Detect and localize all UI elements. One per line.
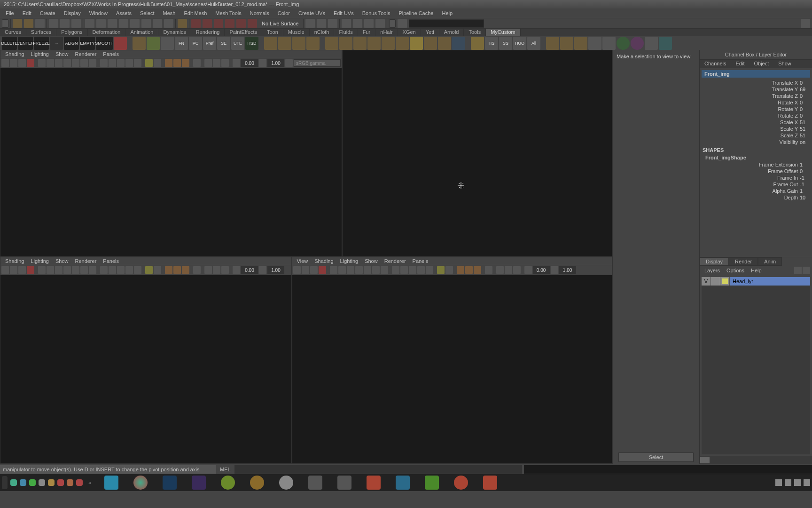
xgen-icon[interactable] <box>353 19 362 28</box>
vp-tool-icon[interactable] <box>10 266 17 274</box>
shelf-tab-curves[interactable]: Curves <box>0 29 26 36</box>
shelf-btn-ext4[interactable] <box>588 37 601 50</box>
channel-value[interactable]: 51 <box>800 133 808 138</box>
quick-input[interactable] <box>409 19 484 28</box>
vp-tool-icon[interactable] <box>513 266 521 274</box>
vp-tool-icon[interactable] <box>400 266 408 274</box>
layer-menu-layers[interactable]: Layers <box>702 267 723 274</box>
gamma-dropdown[interactable]: sRGB gamma <box>294 59 341 67</box>
vp-gamma-value[interactable]: 1.00 <box>267 59 284 67</box>
shelf-btn-mesh9[interactable] <box>438 37 451 50</box>
shape-attr-row[interactable]: Frame Offset0 <box>702 168 810 175</box>
menu-pipelinecache[interactable]: Pipeline Cache <box>395 9 437 17</box>
channel-row[interactable]: Rotate Z0 <box>702 112 810 119</box>
vp-tool-icon[interactable] <box>89 266 96 274</box>
shelf-btn-cube-icon[interactable] <box>133 37 146 50</box>
vp-tool-icon[interactable] <box>154 266 161 274</box>
menu-window[interactable]: Window <box>86 9 111 17</box>
vp-menu-shading[interactable]: Shading <box>312 258 336 264</box>
channel-value[interactable]: on <box>800 139 808 145</box>
vp-tool-icon[interactable] <box>18 266 26 274</box>
vp-menu-renderer[interactable]: Renderer <box>382 258 409 264</box>
shape-attr-row[interactable]: Frame In-1 <box>702 175 810 181</box>
shelf-btn-ute[interactable]: UTE <box>231 37 244 50</box>
vp-tool-icon[interactable] <box>165 266 172 274</box>
vp-tool-icon[interactable] <box>485 266 492 274</box>
vp-tool-icon[interactable] <box>10 59 17 67</box>
vp-tool-icon[interactable] <box>465 266 473 274</box>
layer-item[interactable]: V Head_lyr <box>702 277 810 286</box>
tray-small-icon[interactable] <box>57 479 64 486</box>
shelf-tab-deformation[interactable]: Deformation <box>88 29 126 36</box>
shelf-tab-yeti[interactable]: Yeti <box>421 29 439 36</box>
vp-tool-icon[interactable] <box>125 266 133 274</box>
shape-attr-value[interactable]: 0 <box>800 168 808 174</box>
taskbar-overflow[interactable]: » <box>86 480 94 485</box>
taskbar-app-icon[interactable] <box>367 476 381 490</box>
vp-tool-icon[interactable] <box>319 266 326 274</box>
tab-channels[interactable]: Channels <box>700 60 731 68</box>
vp-gamma-icon[interactable] <box>233 59 240 67</box>
vp-tool-icon[interactable] <box>27 266 34 274</box>
selected-object-name[interactable]: Front_img <box>702 70 810 78</box>
vp-colorspace-icon[interactable] <box>285 59 293 67</box>
snap-point-icon[interactable] <box>108 19 117 28</box>
shape-attr-value[interactable]: 1 <box>800 188 808 194</box>
menu-display[interactable]: Display <box>60 9 85 17</box>
vp-tool-icon[interactable] <box>109 266 116 274</box>
layer-tab-display[interactable]: Display <box>700 257 729 266</box>
shelf-btn-poly2[interactable] <box>278 37 291 50</box>
vp-tool-icon[interactable] <box>173 266 181 274</box>
tool-icon[interactable] <box>364 19 374 28</box>
vp-menu-view[interactable]: View <box>294 258 311 264</box>
shelf-btn-mesh7[interactable] <box>410 37 423 50</box>
select-icon[interactable] <box>71 19 81 28</box>
vp-tool-icon[interactable] <box>173 59 181 67</box>
snap-view-icon[interactable] <box>130 19 140 28</box>
vp-menu-show[interactable]: Show <box>362 258 381 264</box>
vp-gamma-value[interactable]: 1.00 <box>559 266 576 274</box>
ipr-icon[interactable] <box>203 19 212 28</box>
shelf-tab-fur[interactable]: Fur <box>358 29 376 36</box>
menu-normals[interactable]: Normals <box>246 9 273 17</box>
shape-attr-value[interactable]: 1 <box>800 162 808 167</box>
vp-tool-icon[interactable] <box>125 59 133 67</box>
input-mode-dropdown[interactable] <box>389 19 396 28</box>
tray-small-icon[interactable] <box>48 479 55 486</box>
shelf-btn-ss[interactable]: SS <box>499 37 512 50</box>
shape-attr-value[interactable]: -1 <box>800 175 808 181</box>
shelf-tab-muscle[interactable]: Muscle <box>283 29 310 36</box>
shape-name[interactable]: Front_imgShape <box>702 154 810 161</box>
vp-tool-icon[interactable] <box>72 59 79 67</box>
render-view-icon[interactable] <box>225 19 234 28</box>
channel-value[interactable]: 0 <box>800 100 808 105</box>
menu-edit[interactable]: Edit <box>19 9 35 17</box>
vp-tool-icon[interactable] <box>213 266 220 274</box>
channel-value[interactable]: 51 <box>800 126 808 132</box>
vp-gamma2-icon[interactable] <box>551 266 558 274</box>
vp-menu-panels[interactable]: Panels <box>410 258 431 264</box>
taskbar-app-icon[interactable] <box>396 476 410 490</box>
shelf-btn-light-icon[interactable] <box>471 37 484 50</box>
vp-menu-shading[interactable]: Shading <box>2 51 27 57</box>
vp-tool-icon[interactable] <box>18 59 26 67</box>
vp-tool-icon[interactable] <box>338 266 346 274</box>
channel-value[interactable]: 69 <box>800 87 808 92</box>
shelf-tab-toon[interactable]: Toon <box>262 29 283 36</box>
taskbar-app-maya[interactable] <box>104 476 118 490</box>
vp-tool-icon[interactable] <box>47 59 54 67</box>
vp-tool-icon[interactable] <box>1 266 9 274</box>
vp-menu-renderer[interactable]: Renderer <box>72 258 99 264</box>
vp-tool-icon[interactable] <box>409 266 416 274</box>
shelf-btn-hs[interactable]: HS <box>485 37 498 50</box>
taskbar-app-icon[interactable] <box>337 476 351 490</box>
taskbar-app-photoshop[interactable] <box>163 476 177 490</box>
shelf-btn-ext3[interactable] <box>574 37 587 50</box>
render-settings-icon[interactable] <box>214 19 223 28</box>
vp-tool-icon[interactable] <box>347 266 354 274</box>
snap-center-icon[interactable] <box>153 19 162 28</box>
shelf-btn-pref[interactable]: Pref <box>203 37 216 50</box>
vp-tool-icon[interactable] <box>27 59 34 67</box>
shelf-btn-ext1[interactable] <box>546 37 559 50</box>
shelf-btn-fn[interactable]: FN <box>175 37 188 50</box>
